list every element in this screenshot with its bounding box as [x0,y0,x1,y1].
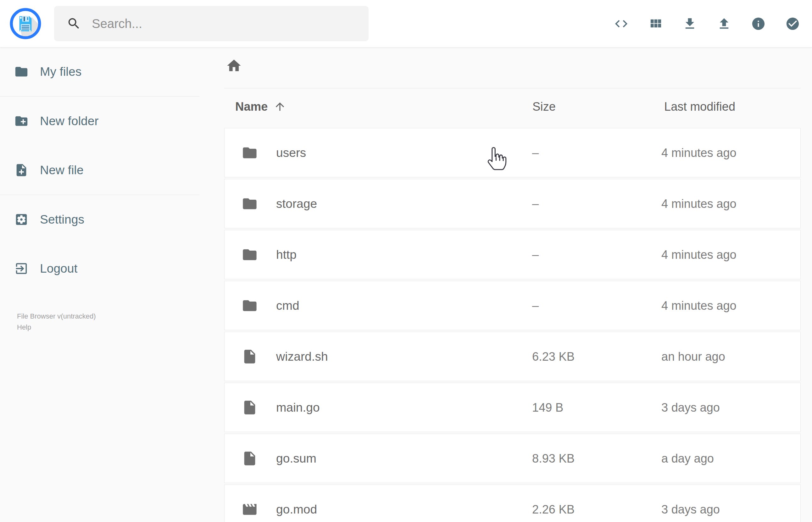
file-row[interactable]: go.sum 8.93 KB a day ago [224,434,801,483]
sidebar-item-logout[interactable]: Logout [0,244,199,293]
sort-ascending-icon [273,100,286,113]
settings-icon [14,212,28,227]
column-name-label: Name [235,99,268,114]
file-name: users [276,146,306,160]
search-icon [67,16,81,31]
file-name: wizard.sh [276,350,328,363]
help-link[interactable]: Help [17,322,96,333]
check-circle-icon [785,16,800,31]
file-listing: users – 4 minutes ago storage – 4 minute… [224,128,801,522]
file-row[interactable]: main.go 149 B 3 days ago [224,383,801,432]
file-size: 8.93 KB [532,451,574,465]
sidebar-item-new-folder[interactable]: New folder [0,97,199,146]
file-size: 6.23 KB [532,350,574,363]
file-modified: 4 minutes ago [662,146,736,159]
home-icon [226,58,242,74]
filebrowser-logo[interactable] [9,7,41,40]
file-name: go.sum [276,451,317,465]
file-row[interactable]: http – 4 minutes ago [224,230,801,279]
sidebar-item-my-files[interactable]: My files [0,47,199,96]
breadcrumb-divider [224,88,801,88]
floppy-disk-icon [9,7,41,40]
column-header-size[interactable]: Size [532,99,556,114]
movie-icon [242,501,258,518]
app-version-text: File Browser v(untracked) [17,311,96,322]
file-name: storage [276,197,317,211]
top-toolbar [0,0,812,47]
download-button[interactable] [683,16,697,31]
file-size: 2.26 KB [532,502,574,516]
file-modified: 4 minutes ago [662,197,736,210]
sidebar-item-label: Logout [40,262,77,276]
upload-icon [717,16,731,31]
file-modified: 4 minutes ago [662,299,736,312]
file-modified: 4 minutes ago [662,248,736,261]
file-row[interactable]: storage – 4 minutes ago [224,179,801,228]
file-name: main.go [276,401,320,415]
file-icon [242,399,258,416]
file-modified: 3 days ago [662,502,720,516]
file-modified: 3 days ago [662,401,720,414]
file-row[interactable]: wizard.sh 6.23 KB an hour ago [224,332,801,381]
folder-icon [242,196,258,212]
logout-icon [14,261,28,276]
file-size: – [532,299,539,312]
column-header-modified[interactable]: Last modified [664,99,735,114]
file-row[interactable]: go.mod 2.26 KB 3 days ago [224,485,801,522]
download-icon [683,16,697,31]
file-size: 149 B [532,401,563,414]
folder-icon [242,145,258,161]
file-size: – [532,146,539,159]
search-input[interactable] [91,16,350,31]
sidebar-item-label: Settings [40,213,84,226]
view-mode-button[interactable] [648,16,663,31]
column-modified-label: Last modified [664,100,735,113]
column-size-label: Size [532,100,556,113]
column-header-name[interactable]: Name [235,99,286,114]
sidebar-items: My filesNew folderNew fileSettingsLogout [0,47,199,293]
file-name: go.mod [276,502,317,516]
file-row[interactable]: cmd – 4 minutes ago [224,281,801,330]
sidebar-item-label: New file [40,163,84,177]
sidebar-item-label: My files [40,65,81,79]
file-modified: an hour ago [662,350,725,363]
upload-button[interactable] [717,16,731,31]
select-multiple-button[interactable] [785,16,800,31]
search-bar[interactable] [54,6,369,41]
file-size: – [532,248,539,261]
sidebar-footer: File Browser v(untracked) Help [17,311,96,333]
shell-button[interactable] [614,16,629,31]
code-icon [614,16,629,31]
file-modified: a day ago [662,451,714,465]
info-icon [751,16,766,31]
file-name: http [276,248,297,262]
folder-icon [242,246,258,263]
folder-plus-icon [14,114,28,128]
sidebar-item-settings[interactable]: Settings [0,195,199,244]
file-plus-icon [14,163,28,177]
topbar-actions [614,0,800,47]
file-name: cmd [276,299,299,313]
sidebar-item-label: New folder [40,114,98,128]
file-icon [242,348,258,365]
sidebar: My filesNew folderNew fileSettingsLogout… [0,47,199,522]
file-size: – [532,197,539,210]
info-button[interactable] [751,16,766,31]
folder-icon [14,64,28,79]
sidebar-item-new-file[interactable]: New file [0,146,199,195]
breadcrumb-home-button[interactable] [226,58,242,74]
grid-icon [648,16,663,31]
file-icon [242,450,258,467]
file-row[interactable]: users – 4 minutes ago [224,128,801,177]
folder-icon [242,298,258,314]
